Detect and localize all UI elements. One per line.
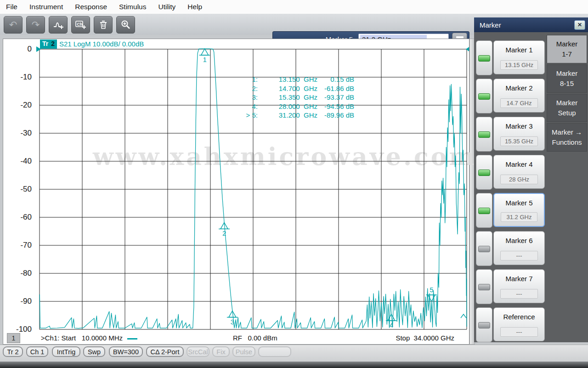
ref-level-right-triangle <box>466 46 469 52</box>
readout-r1-c1: 1: <box>226 75 258 84</box>
marker-button-marker-7[interactable]: Marker 7--- <box>493 269 545 303</box>
bottom-button-srccal[interactable]: SrcCal <box>187 346 209 357</box>
bottom-button-blank[interactable] <box>258 346 291 357</box>
marker-button-value: 14.7 GHz <box>500 98 538 108</box>
marker-toggle-6[interactable] <box>476 231 492 266</box>
menu-item-file[interactable]: File <box>5 1 23 13</box>
marker-toggle-8[interactable] <box>476 307 492 342</box>
readout-r4-c2: 28.000 GHz <box>258 102 317 111</box>
marker-toggle-2[interactable] <box>476 79 492 113</box>
svg-text:2: 2 <box>222 229 226 237</box>
ref-level-left-triangle <box>36 46 41 52</box>
marker-button-marker-6[interactable]: Marker 6--- <box>493 231 545 265</box>
marker-panel-titlebar: Marker ✕ <box>474 17 588 32</box>
tab-marker-setup[interactable]: MarkerSetup <box>547 94 587 122</box>
marker-symbol-1: 1 <box>199 49 210 63</box>
svg-text:1: 1 <box>203 56 207 63</box>
marker-button-reference[interactable]: Reference--- <box>493 307 545 341</box>
zoom-icon-glyph <box>120 19 131 30</box>
menu-item-stimulus[interactable]: Stimulus <box>113 1 152 13</box>
marker-button-label: Marker 6 <box>494 237 544 244</box>
status-stop-frequency: Stop 34.0000 GHz <box>366 334 454 342</box>
undo-icon[interactable]: ↶ <box>4 16 23 34</box>
bottom-button-bw-300[interactable]: BW=300 <box>109 346 143 357</box>
marker-button-marker-1[interactable]: Marker 113.15 GHz <box>493 40 545 74</box>
marker-button-label: Marker 7 <box>494 275 544 283</box>
menu-bar: FileInstrumentResponseStimulusUtilityHel… <box>0 0 588 14</box>
tab-label-line1: Marker → <box>552 127 582 137</box>
tab-marker-functions[interactable]: Marker →Functions <box>547 123 587 152</box>
marker-button-value: 13.15 GHz <box>500 60 538 70</box>
bottom-button-ch-1[interactable]: Ch 1 <box>26 346 48 357</box>
readout-r3-c3: -93.37 dB <box>317 93 354 102</box>
marker-button-marker-5[interactable]: Marker 531.2 GHz <box>493 193 545 227</box>
tab-marker-1-7[interactable]: Marker1-7 <box>547 35 587 63</box>
led-off-icon <box>478 246 490 252</box>
bottom-button-fix[interactable]: Fix <box>212 346 230 357</box>
marker-button-marker-3[interactable]: Marker 315.35 GHz <box>493 117 545 151</box>
plot-panel: Tr2 S21 LogM 10.00dB/ 0.00dB 0-10-20-30-… <box>3 39 469 345</box>
marker-button-label: Marker 3 <box>494 122 544 130</box>
add-trace-icon[interactable] <box>49 16 68 34</box>
redo-icon[interactable]: ↷ <box>26 16 45 34</box>
bottom-button-cδ-2-port[interactable]: CΔ 2-Port <box>146 346 184 357</box>
add-trace-icon-glyph <box>53 20 64 30</box>
marker-toggle-7[interactable] <box>476 269 492 304</box>
marker-button-label: Marker 1 <box>494 46 544 54</box>
marker-button-value: --- <box>500 251 538 260</box>
readout-r5-c1: > 5: <box>226 111 258 120</box>
led-off-icon <box>478 284 490 290</box>
readout-r2-c3: -61.86 dB <box>317 84 354 93</box>
bottom-status-bar: Tr 2Ch 1IntTrigSwpBW=300CΔ 2-PortSrcCalF… <box>0 345 588 362</box>
tab-label-line1: Marker <box>556 98 578 108</box>
marker-button-value: 15.35 GHz <box>500 136 538 146</box>
close-icon[interactable]: ✕ <box>574 20 585 30</box>
marker-button-value: --- <box>500 327 538 337</box>
offscreen-indicator-icon <box>461 314 466 318</box>
menu-item-instrument[interactable]: Instrument <box>23 1 69 13</box>
readout-r1-c3: 0.15 dB <box>317 75 354 84</box>
marker-toggle-5[interactable] <box>476 193 492 228</box>
bottom-button-swp[interactable]: Swp <box>83 346 105 357</box>
bottom-button-tr-2[interactable]: Tr 2 <box>3 346 23 357</box>
readout-r4-c1: 4: <box>226 102 258 111</box>
marker-button-label: Marker 2 <box>494 84 544 92</box>
tab-label-line2: 8-15 <box>560 79 574 89</box>
tab-label-line1: Marker <box>556 68 578 79</box>
readout-r1-c2: 13.150 GHz <box>258 75 317 84</box>
status-rf-power: RF 0.00 dBm <box>233 334 277 342</box>
marker-button-label: Marker 4 <box>494 160 544 168</box>
bottom-button-inttrig[interactable]: IntTrig <box>52 346 80 357</box>
marker-toggle-3[interactable] <box>476 117 492 152</box>
marker-button-value: --- <box>500 289 538 299</box>
marker-button-value: 31.2 GHz <box>501 212 537 222</box>
marker-toggle-1[interactable] <box>476 40 492 75</box>
svg-text:5: 5 <box>430 286 433 294</box>
readout-r5-c3: -89.96 dB <box>317 111 354 120</box>
tab-marker-8-15[interactable]: Marker8-15 <box>547 64 587 93</box>
undo-icon-glyph: ↶ <box>9 19 17 30</box>
menu-item-utility[interactable]: Utility <box>152 1 181 13</box>
delete-icon[interactable] <box>94 16 113 34</box>
marker-button-marker-4[interactable]: Marker 428 GHz <box>493 155 545 189</box>
bottom-edge-strip <box>0 362 588 368</box>
menu-item-help[interactable]: Help <box>181 1 208 13</box>
marker-side-panel: Marker ✕ Marker 113.15 GHzMarker 214.7 G… <box>474 17 588 342</box>
tab-label-line2: Functions <box>552 137 582 147</box>
redo-icon-glyph: ↷ <box>32 19 40 30</box>
readout-r5-c2: 31.200 GHz <box>258 111 317 120</box>
zoom-icon[interactable] <box>116 16 135 34</box>
bottom-button-pulse[interactable]: Pulse <box>232 346 255 357</box>
tab-label-line1: Marker <box>556 39 578 49</box>
marker-button-marker-2[interactable]: Marker 214.7 GHz <box>493 79 545 113</box>
menu-item-response[interactable]: Response <box>69 1 113 13</box>
svg-text:3: 3 <box>231 318 234 326</box>
add-channel-icon[interactable]: Ch <box>71 16 90 34</box>
marker-button-value: 28 GHz <box>500 175 538 184</box>
tab-label-line2: Setup <box>558 108 576 118</box>
marker-button-label: Reference <box>494 313 544 321</box>
trace-color-dash <box>127 338 137 340</box>
marker-panel-title: Marker <box>480 21 501 29</box>
led-on-icon <box>478 55 490 62</box>
marker-toggle-4[interactable] <box>476 155 492 190</box>
